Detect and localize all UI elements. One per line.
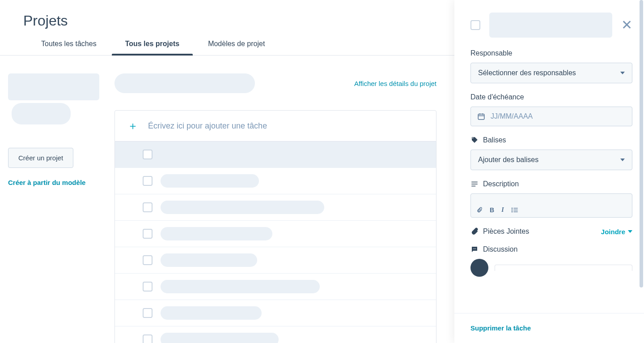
editor-toolbar: B I (476, 206, 627, 214)
task-row[interactable] (115, 247, 436, 274)
attachment-icon[interactable] (476, 207, 483, 213)
sidebar-project-skeleton (12, 103, 71, 124)
svg-point-11 (511, 211, 513, 213)
task-detail-panel: ✕ Responsable Sélectionner des responsab… (454, 0, 644, 343)
task-title-skeleton (161, 227, 272, 240)
task-title-skeleton (489, 13, 612, 38)
attach-action[interactable]: Joindre (601, 228, 632, 236)
task-checkbox[interactable] (143, 202, 153, 212)
tab-templates[interactable]: Modèles de projet (204, 40, 268, 55)
show-project-details-link[interactable]: Afficher les détails du projet (354, 80, 436, 87)
task-checkbox[interactable] (143, 334, 153, 343)
discussion-label: Discussion (470, 245, 632, 253)
svg-rect-6 (471, 186, 475, 187)
owner-placeholder: Sélectionner des responsables (478, 69, 576, 77)
svg-rect-10 (513, 210, 517, 210)
task-title-skeleton (161, 174, 259, 188)
task-row[interactable] (115, 221, 436, 247)
add-task-input[interactable]: ＋ Écrivez ici pour ajouter une tâche (114, 110, 436, 141)
panel-footer: Supprimer la tâche (454, 313, 644, 343)
paperclip-icon (470, 227, 479, 236)
svg-point-7 (511, 208, 513, 209)
tags-label: Balises (470, 136, 632, 144)
tag-icon (470, 136, 479, 144)
tab-all-tasks[interactable]: Toutes les tâches (38, 40, 100, 55)
task-checkbox[interactable] (143, 229, 153, 239)
comment-input[interactable] (495, 265, 632, 271)
tags-select[interactable]: Ajouter des balises (470, 150, 632, 170)
svg-rect-12 (513, 211, 517, 212)
task-row[interactable] (115, 141, 436, 168)
task-title-skeleton (161, 306, 262, 320)
project-title-skeleton (114, 73, 255, 93)
description-label: Description (470, 180, 632, 188)
sidebar-project-skeleton (8, 73, 99, 100)
sidebar: Créer un projet Créer à partir du modèle (8, 73, 114, 343)
svg-point-13 (473, 249, 474, 249)
svg-rect-5 (471, 184, 478, 184)
task-complete-checkbox[interactable] (470, 20, 480, 30)
svg-point-9 (511, 210, 513, 211)
close-icon[interactable]: ✕ (621, 18, 632, 32)
create-project-button[interactable]: Créer un projet (8, 148, 73, 168)
due-date-input[interactable]: JJ/MM/AAAA (470, 107, 632, 126)
task-row[interactable] (115, 194, 436, 221)
bold-button[interactable]: B (490, 206, 494, 214)
task-row[interactable] (115, 300, 436, 326)
task-title-skeleton (161, 280, 320, 293)
owner-select[interactable]: Sélectionner des responsables (470, 63, 632, 83)
task-list (114, 141, 436, 343)
svg-point-15 (475, 249, 476, 249)
task-checkbox[interactable] (143, 282, 153, 292)
italic-button[interactable]: I (501, 206, 504, 214)
task-checkbox[interactable] (143, 255, 153, 265)
task-title-skeleton (161, 148, 288, 161)
due-date-placeholder: JJ/MM/AAAA (491, 112, 533, 120)
task-row[interactable] (115, 326, 436, 343)
task-checkbox[interactable] (143, 176, 153, 186)
owner-label: Responsable (470, 49, 632, 57)
due-date-label: Date d'échéance (470, 93, 632, 101)
task-title-skeleton (161, 253, 257, 267)
delete-task-link[interactable]: Supprimer la tâche (470, 324, 531, 332)
scrollbar[interactable] (640, 0, 644, 287)
svg-rect-8 (513, 208, 517, 208)
caret-down-icon (628, 230, 632, 233)
add-task-placeholder: Écrivez ici pour ajouter une tâche (148, 121, 424, 131)
create-from-template-link[interactable]: Créer à partir du modèle (8, 179, 106, 186)
chat-icon (470, 245, 479, 253)
task-checkbox[interactable] (143, 308, 153, 318)
caret-down-icon (620, 72, 625, 74)
description-editor[interactable]: B I (470, 193, 632, 218)
tags-placeholder: Ajouter des balises (478, 156, 538, 164)
task-title-skeleton (161, 333, 279, 343)
task-row[interactable] (115, 168, 436, 194)
task-title-skeleton (161, 201, 324, 214)
list-icon (470, 180, 479, 188)
svg-rect-4 (471, 182, 478, 183)
user-avatar (470, 259, 488, 277)
caret-down-icon (620, 159, 625, 161)
attachments-label: Pièces Jointes (470, 227, 529, 236)
main-content: Afficher les détails du projet ＋ Écrivez… (114, 73, 454, 343)
plus-icon: ＋ (127, 119, 138, 133)
calendar-icon (477, 112, 485, 120)
svg-point-14 (474, 249, 475, 249)
task-row[interactable] (115, 274, 436, 300)
task-checkbox[interactable] (143, 150, 153, 159)
bullet-list-icon[interactable] (511, 207, 518, 213)
svg-rect-0 (478, 114, 484, 120)
tab-all-projects[interactable]: Tous les projets (122, 40, 183, 55)
